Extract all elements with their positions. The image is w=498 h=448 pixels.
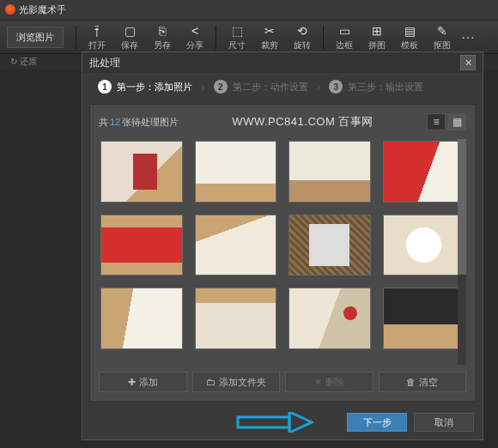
thumbnail[interactable] bbox=[288, 288, 371, 349]
browse-images-button[interactable]: 浏览图片 bbox=[7, 27, 64, 48]
share-icon: < bbox=[187, 24, 203, 38]
thumbnail[interactable] bbox=[195, 215, 277, 276]
divider bbox=[216, 26, 216, 50]
trash-icon: 🗑 bbox=[406, 377, 416, 387]
cutout-icon: ✎ bbox=[434, 24, 450, 38]
thumbnail[interactable] bbox=[383, 141, 465, 203]
x-icon: ✕ bbox=[314, 377, 322, 388]
add-folder-button[interactable]: 🗀添加文件夹 bbox=[192, 372, 281, 392]
tool-save[interactable]: ▢保存 bbox=[114, 24, 145, 51]
rotate-icon: ⟲ bbox=[295, 24, 310, 38]
step-3[interactable]: 3第三步：输出设置 bbox=[320, 80, 432, 94]
thumbnail-area bbox=[99, 139, 466, 365]
tool-crop[interactable]: ✂裁剪 bbox=[254, 24, 285, 51]
clear-button[interactable]: 🗑清空 bbox=[379, 372, 467, 392]
content-header: 共12张待处理图片 WWW.PC841.COM 百事网 ≡ ▦ bbox=[99, 113, 466, 130]
plus-icon: ✚ bbox=[128, 377, 136, 388]
step-2[interactable]: 2第二步：动作设置 bbox=[205, 80, 317, 94]
tool-share[interactable]: <分享 bbox=[179, 24, 210, 51]
dialog-title: 批处理 bbox=[89, 56, 460, 70]
folder-icon: 🗀 bbox=[206, 377, 216, 387]
tool-size[interactable]: ⬚尺寸 bbox=[222, 24, 252, 51]
action-row: ✚添加 🗀添加文件夹 ✕删除 🗑清空 bbox=[99, 365, 466, 392]
batch-dialog: 批处理 ✕ 1第一步：添加照片 › 2第二步：动作设置 › 3第三步：输出设置 … bbox=[82, 51, 483, 440]
toolbar-more[interactable]: ⋯ bbox=[459, 29, 477, 45]
wizard-steps: 1第一步：添加照片 › 2第二步：动作设置 › 3第三步：输出设置 bbox=[82, 73, 483, 100]
tool-cutout[interactable]: ✎抠图 bbox=[427, 24, 458, 51]
close-icon: ✕ bbox=[465, 58, 472, 69]
size-icon: ⬚ bbox=[229, 24, 245, 38]
save-icon: ▢ bbox=[122, 24, 137, 38]
tool-template[interactable]: ▤模板 bbox=[394, 24, 425, 51]
thumbnail[interactable] bbox=[195, 141, 277, 203]
border-icon: ▭ bbox=[337, 24, 352, 38]
view-toggle: ≡ ▦ bbox=[427, 113, 466, 130]
grid-view-button[interactable]: ▦ bbox=[447, 113, 466, 130]
content-panel: 共12张待处理图片 WWW.PC841.COM 百事网 ≡ ▦ bbox=[89, 104, 476, 402]
open-icon: ⭱ bbox=[89, 24, 105, 38]
thumbnail[interactable] bbox=[100, 215, 183, 276]
scrollbar-thumb[interactable] bbox=[458, 139, 466, 275]
main-toolbar: 浏览图片 ⭱打开 ▢保存 ⎘另存 <分享 ⬚尺寸 ✂裁剪 ⟲旋转 ▭边框 ⊞拼图… bbox=[0, 21, 498, 54]
undo-button[interactable]: ↻ 还原 bbox=[10, 56, 37, 68]
delete-button[interactable]: ✕删除 bbox=[285, 372, 374, 392]
scrollbar[interactable] bbox=[458, 139, 466, 365]
image-count: 共12张待处理图片 bbox=[99, 116, 179, 129]
titlebar: 光影魔术手 bbox=[0, 0, 498, 19]
app-icon bbox=[5, 4, 15, 15]
template-icon: ▤ bbox=[402, 24, 417, 38]
thumbnail[interactable] bbox=[288, 141, 371, 203]
close-button[interactable]: ✕ bbox=[460, 55, 476, 70]
grid-icon: ▦ bbox=[452, 116, 462, 128]
thumbnail[interactable] bbox=[195, 288, 277, 349]
list-icon: ≡ bbox=[433, 116, 439, 128]
list-view-button[interactable]: ≡ bbox=[427, 113, 446, 130]
tool-border[interactable]: ▭边框 bbox=[329, 24, 360, 51]
next-button[interactable]: 下一步 bbox=[347, 413, 407, 432]
thumbnail[interactable] bbox=[383, 288, 465, 349]
divider bbox=[76, 26, 76, 50]
tool-collage[interactable]: ⊞拼图 bbox=[361, 24, 392, 51]
dialog-footer: 下一步 取消 bbox=[82, 405, 483, 439]
tool-save-as[interactable]: ⎘另存 bbox=[147, 24, 178, 51]
save-as-icon: ⎘ bbox=[155, 24, 170, 38]
tool-rotate[interactable]: ⟲旋转 bbox=[287, 24, 318, 51]
thumbnail[interactable] bbox=[288, 215, 371, 276]
crop-icon: ✂ bbox=[262, 24, 277, 38]
watermark-text: WWW.PC841.COM 百事网 bbox=[179, 114, 427, 130]
tool-open[interactable]: ⭱打开 bbox=[82, 24, 112, 51]
cancel-button[interactable]: 取消 bbox=[414, 413, 474, 432]
thumbnail[interactable] bbox=[100, 288, 183, 349]
thumbnail[interactable] bbox=[383, 215, 465, 276]
add-button[interactable]: ✚添加 bbox=[99, 372, 187, 392]
app-title: 光影魔术手 bbox=[19, 3, 66, 16]
dialog-header[interactable]: 批处理 ✕ bbox=[82, 52, 483, 73]
thumbnail[interactable] bbox=[100, 141, 183, 203]
collage-icon: ⊞ bbox=[369, 24, 385, 38]
divider bbox=[323, 26, 324, 50]
thumbnail-grid bbox=[99, 139, 466, 351]
step-1[interactable]: 1第一步：添加照片 bbox=[89, 80, 201, 94]
